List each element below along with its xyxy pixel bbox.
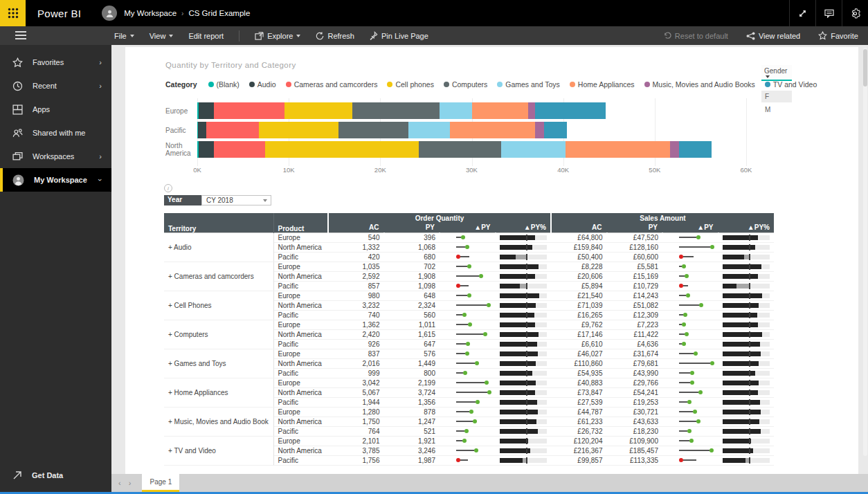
file-menu[interactable]: File (114, 32, 134, 40)
sa-ac-cell: £216,367 (551, 446, 607, 455)
category-expand-cell[interactable]: + Computers (164, 320, 273, 349)
sidebar-item-favorites[interactable]: Favorites › (0, 51, 111, 74)
category-expand-cell[interactable]: + TV and Video (164, 436, 273, 465)
bar-segment[interactable] (535, 102, 606, 119)
legend-item[interactable]: Games and Toys (497, 80, 560, 89)
category-expand-cell[interactable]: + Cameras and camcorders (164, 262, 273, 291)
variance-indicator (667, 291, 714, 300)
sidebar-item-apps[interactable]: Apps (0, 98, 111, 121)
sa-ac-cell: £71,039 (551, 300, 607, 310)
col-header-territory[interactable]: Territory (164, 213, 273, 232)
fullscreen-icon[interactable] (789, 0, 815, 26)
bar-segment[interactable] (265, 141, 419, 158)
bar-segment[interactable] (214, 102, 284, 119)
breadcrumb-report[interactable]: CS Grid Example (188, 9, 250, 17)
gender-option-m[interactable]: M (761, 104, 792, 116)
vertical-scrollbar[interactable] (863, 48, 867, 456)
x-axis-tick: 10K (283, 166, 295, 174)
gender-slicer-header[interactable]: Gender (761, 65, 792, 81)
bar-segment[interactable] (670, 141, 679, 158)
col-group-sales-amount[interactable]: Sales Amount (551, 213, 774, 223)
legend-item[interactable]: Computers (444, 80, 487, 89)
info-icon[interactable]: i (164, 184, 172, 192)
bar-segment[interactable] (535, 122, 544, 138)
bar-segment[interactable] (679, 141, 712, 158)
chevron-right-icon: › (99, 152, 102, 161)
bar-segment[interactable] (352, 102, 440, 119)
bar-segment[interactable] (450, 122, 535, 138)
page-nav-arrows[interactable]: ‹ › (118, 479, 134, 487)
bar-segment[interactable] (544, 122, 567, 138)
avatar[interactable] (102, 6, 117, 21)
edit-report-button[interactable]: Edit report (188, 32, 224, 40)
variance-indicator (444, 233, 491, 242)
chevron-down-icon (296, 35, 300, 37)
sidebar-item-shared-with-me[interactable]: Shared with me (0, 121, 111, 145)
refresh-icon (316, 32, 324, 40)
year-dropdown[interactable]: CY 2018 (201, 195, 271, 205)
bar-segment[interactable] (472, 102, 528, 119)
variance-indicator (667, 320, 714, 329)
bar-segment[interactable] (199, 141, 214, 158)
waffle-menu-icon[interactable] (0, 0, 26, 26)
sidebar-item-recent[interactable]: Recent › (0, 74, 111, 98)
sa-ac-cell: £120,204 (551, 436, 607, 446)
pin-live-page-button[interactable]: Pin Live Page (370, 31, 428, 40)
breadcrumb-workspace[interactable]: My Workspace (124, 9, 177, 17)
legend-item[interactable]: Audio (249, 80, 276, 89)
category-expand-cell[interactable]: + Audio (164, 232, 273, 262)
bullet-chart (723, 381, 770, 385)
oq-py-cell: 1,068 (384, 242, 440, 252)
get-data-button[interactable]: Get Data (0, 465, 111, 486)
bar-segment[interactable] (206, 122, 258, 138)
bullet-chart (500, 351, 548, 356)
bar-segment[interactable] (528, 102, 536, 119)
nav-collapse-icon[interactable] (15, 30, 26, 40)
page-tab-active[interactable]: Page 1 (142, 474, 179, 492)
bar-segment[interactable] (199, 102, 214, 119)
bullet-chart (500, 448, 548, 453)
bar-segment[interactable] (566, 141, 670, 158)
oq-py-cell: 396 (384, 232, 440, 242)
sa-ac-cell: £21,540 (551, 291, 607, 300)
col-header-product[interactable]: Product (273, 213, 328, 232)
view-menu[interactable]: View (150, 32, 174, 40)
col-group-order-quantity[interactable]: Order Quantity (328, 213, 551, 223)
settings-gear-icon[interactable] (842, 0, 868, 26)
bar-segment[interactable] (284, 102, 352, 119)
product-cell: Pacific (273, 455, 328, 465)
sa-py-cell: £43,633 (607, 417, 663, 426)
bar-segment[interactable] (408, 122, 449, 138)
category-expand-cell[interactable]: + Home Appliances (164, 378, 273, 407)
explore-menu[interactable]: Explore (255, 32, 300, 40)
view-related-button[interactable]: View related (746, 32, 800, 40)
legend-item[interactable]: Home Appliances (570, 80, 635, 89)
category-expand-cell[interactable]: + Cell Phones (164, 291, 273, 320)
variance-indicator (444, 456, 491, 465)
bar-segment[interactable] (338, 122, 409, 138)
sidebar-item-my-workspace[interactable]: My Workspace › (0, 168, 111, 192)
feedback-icon[interactable] (815, 0, 842, 26)
legend-item[interactable]: Cameras and camcorders (286, 80, 378, 89)
gender-option-f[interactable]: F (761, 91, 792, 102)
bar-segment[interactable] (440, 102, 473, 119)
category-expand-cell[interactable]: + Games and Toys (164, 349, 273, 378)
reset-to-default-button[interactable]: Reset to default (664, 32, 728, 40)
favorite-button[interactable]: Favorite (818, 31, 858, 40)
bar-segment[interactable] (198, 122, 206, 138)
bullet-chart (723, 235, 770, 240)
refresh-button[interactable]: Refresh (316, 32, 354, 40)
sidebar-item-workspaces[interactable]: Workspaces › (0, 145, 111, 168)
oq-py-cell: 1,247 (384, 417, 440, 426)
category-expand-cell[interactable]: + Music, Movies and Audio Book (164, 407, 273, 436)
product-cell: North America (273, 329, 328, 339)
bar-segment[interactable] (214, 141, 265, 158)
legend-item[interactable]: Cell phones (387, 80, 433, 89)
bar-segment[interactable] (259, 122, 338, 138)
bar-segment[interactable] (419, 141, 501, 158)
bar-segment[interactable] (501, 141, 566, 158)
legend-item[interactable]: Music, Movies and Audio Books (644, 80, 755, 89)
legend-item[interactable]: (Blank) (208, 80, 239, 89)
variance-indicator (444, 446, 491, 455)
product-cell: Pacific (273, 426, 328, 436)
